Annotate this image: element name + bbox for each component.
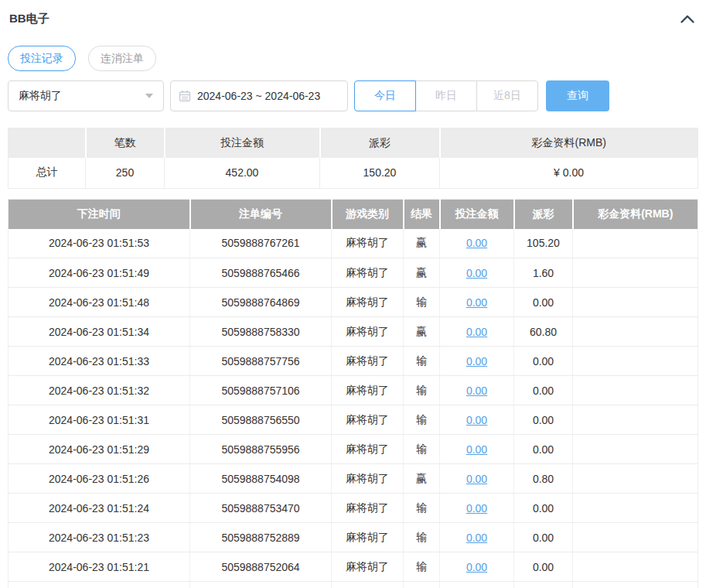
bet-amount-link[interactable]: 0.00 [466,502,487,514]
bet-amount-cell: 0.00 [440,405,514,435]
calendar-icon [179,90,191,102]
payout-cell: 0.80 [514,464,573,494]
chevron-up-icon [680,14,695,26]
summary-header-empty [9,128,86,158]
tab-cancelled-orders[interactable]: 连消注单 [88,46,156,71]
bet-amount-link[interactable]: 0.00 [466,473,487,485]
bet-time-cell: 2024-06-23 01:51:26 [9,464,190,494]
tab-label: 投注记录 [20,52,63,66]
yesterday-button[interactable]: 昨日 [415,80,477,111]
summary-header-bonus: 彩金资料(RMB) [440,128,698,158]
bet-time-cell: 2024-06-23 01:51:32 [9,376,190,405]
summary-total-label: 总计 [9,158,86,189]
header-bonus: 彩金资料(RMB) [573,200,698,229]
bet-time-cell: 2024-06-23 01:51:31 [9,405,190,435]
payout-cell: 0.00 [514,405,573,435]
bonus-cell [573,435,698,464]
result-cell: 输 [404,376,440,405]
result-cell: 输 [404,523,440,552]
bet-amount-link[interactable]: 0.00 [466,267,487,279]
result-cell: 赢 [404,317,440,347]
result-cell: 输 [404,347,440,376]
bet-id-cell: 5059888765466 [190,258,332,288]
bet-id-cell: 5059888764869 [190,288,332,317]
bet-time-cell: 2024-06-23 01:51:49 [9,258,190,288]
bet-amount-link[interactable]: 0.00 [466,296,487,309]
last-8-days-button[interactable]: 近8日 [476,80,538,111]
game-type-select[interactable]: 麻将胡了 [8,80,164,111]
header-game-type: 游戏类别 [332,200,404,229]
summary-total-payout: 150.20 [320,158,440,189]
table-row: 2024-06-23 01:51:34 5059888758330 麻将胡了 赢… [9,317,698,347]
game-type-cell: 麻将胡了 [332,464,404,494]
bet-id-cell: 5059888757106 [190,376,332,405]
bet-time-cell: 2024-06-23 01:51:48 [9,288,190,317]
bet-amount-cell: 0.00 [440,464,514,494]
date-range-picker[interactable]: 2024-06-23 ~ 2024-06-23 [170,80,348,111]
bet-id-cell: 5059888758330 [190,317,332,347]
bonus-cell [573,288,698,317]
payout-cell: 105.20 [514,229,573,258]
game-type-cell: 麻将胡了 [332,435,404,464]
bet-amount-cell: 0.00 [440,523,514,552]
bet-amount-cell: 0.00 [440,494,514,523]
bonus-cell [573,523,698,552]
summary-header-payout: 派彩 [320,128,440,158]
table-row: 2024-06-23 01:51:31 5059888756550 麻将胡了 输… [9,405,698,435]
date-range-value: 2024-06-23 ~ 2024-06-23 [197,90,320,102]
bet-time-cell: 2024-06-23 01:51:24 [9,494,190,523]
result-cell: 输 [404,288,440,317]
header-bet-amount: 投注金额 [440,200,514,229]
bet-id-cell: 5059888755956 [190,435,332,464]
panel-title: BB电子 [9,12,49,26]
payout-cell: 0.00 [514,288,573,317]
bet-amount-cell: 0.00 [440,552,514,582]
payout-cell: 0.00 [514,376,573,405]
quick-date-button-group: 今日 昨日 近8日 [354,80,538,111]
bet-amount-link[interactable]: 0.00 [466,532,487,544]
bet-id-cell: 5059888756550 [190,405,332,435]
table-row: 2024-06-23 01:51:53 5059888767261 麻将胡了 赢… [9,229,698,258]
today-button[interactable]: 今日 [354,80,416,111]
game-type-cell: 麻将胡了 [332,523,404,552]
payout-cell: 1.60 [514,258,573,288]
tab-bar: 投注记录 连消注单 [8,46,698,71]
bet-amount-cell: 0.00 [440,258,514,288]
summary-total-bonus: ¥ 0.00 [440,158,698,189]
bet-amount-link[interactable]: 0.00 [466,237,487,249]
bet-id-cell: 5059888752889 [190,523,332,552]
bet-amount-link[interactable]: 0.00 [466,443,487,456]
payout-cell: 0.00 [514,494,573,523]
tab-label: 连消注单 [101,52,144,66]
game-type-select-value: 麻将胡了 [19,89,62,103]
table-row: 2024-06-23 01:51:26 5059888754098 麻将胡了 赢… [9,464,698,494]
bonus-cell [573,405,698,435]
game-type-cell: 麻将胡了 [332,317,404,347]
bet-time-cell: 2024-06-23 01:51:29 [9,435,190,464]
bet-amount-cell: 0.00 [440,435,514,464]
summary-header-count: 笔数 [86,128,165,158]
bet-amount-cell: 0.00 [440,229,514,258]
table-header-row: 下注时间 注单编号 游戏类别 结果 投注金额 派彩 彩金资料(RMB) [9,200,698,229]
caret-down-icon [145,94,153,98]
bet-amount-link[interactable]: 0.00 [466,355,487,368]
result-cell: 输 [404,435,440,464]
bet-id-cell: 5059888753470 [190,494,332,523]
bet-amount-link[interactable]: 0.00 [466,385,487,397]
table-row: 2024-06-23 01:51:23 5059888752889 麻将胡了 输… [9,523,698,552]
search-button[interactable]: 查询 [546,80,609,111]
collapse-panel-button[interactable] [678,12,697,26]
bonus-cell [573,494,698,523]
bonus-cell [573,317,698,347]
payout-cell: 0.00 [514,435,573,464]
result-cell: 输 [404,552,440,582]
game-type-cell: 麻将胡了 [332,258,404,288]
bet-amount-cell: 0.00 [440,288,514,317]
bet-amount-link[interactable]: 0.00 [466,414,487,426]
table-row: 2024-06-23 01:51:32 5059888757106 麻将胡了 输… [9,376,698,405]
bet-amount-link[interactable]: 0.00 [466,561,487,573]
tab-betting-records[interactable]: 投注记录 [8,46,76,71]
bet-amount-cell: 0.00 [440,347,514,376]
game-type-cell: 麻将胡了 [332,552,404,582]
bet-amount-link[interactable]: 0.00 [466,326,487,338]
